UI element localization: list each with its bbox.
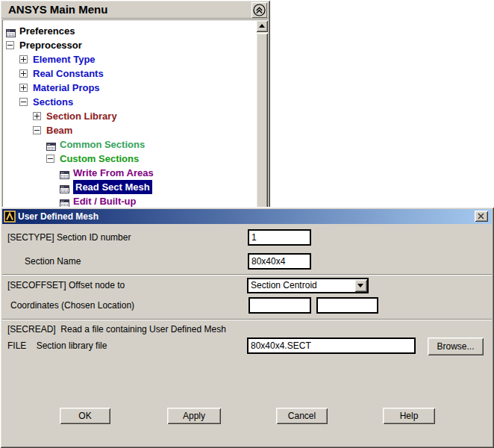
plus-box-icon[interactable] — [19, 84, 28, 92]
section-name-input[interactable] — [248, 253, 311, 270]
tree-item-sections[interactable]: Sections — [3, 95, 255, 109]
offset-node-dropdown[interactable]: Section Centroid — [247, 278, 369, 293]
coordinate-x-input[interactable] — [248, 297, 311, 314]
scroll-up-button[interactable] — [256, 20, 268, 32]
close-x-icon — [478, 213, 484, 220]
close-button[interactable] — [475, 211, 488, 222]
tree-item-label: Section Library — [46, 109, 117, 123]
dialog-box-icon — [60, 169, 69, 177]
tree-item-label: Preferences — [19, 24, 75, 38]
plus-box-icon[interactable] — [33, 112, 41, 120]
secoffset-label: [SECOFFSET] Offset node to — [7, 278, 125, 293]
tree-item-real-constants[interactable]: Real Constants — [3, 66, 255, 81]
sectype-label: [SECTYPE] Section ID number — [7, 229, 131, 246]
dialog-box-icon — [60, 183, 69, 191]
section-id-input[interactable] — [248, 229, 311, 246]
tree-item-label: Element Type — [33, 52, 96, 66]
separator — [2, 274, 492, 276]
minus-box-icon[interactable] — [46, 155, 54, 163]
triangle-down-icon — [357, 284, 363, 287]
tree-item-label: Read Sect Mesh — [73, 180, 152, 194]
user-defined-mesh-dialog: User Defined Mesh [SECTYPE] Section ID n… — [0, 207, 494, 448]
coordinate-y-input[interactable] — [316, 297, 378, 314]
scrollbar-thumb[interactable] — [256, 33, 268, 209]
coordinates-label: Coordinates (Chosen Location) — [10, 297, 134, 314]
ok-button[interactable]: OK — [60, 408, 110, 424]
dialog-box-icon — [46, 140, 56, 149]
minus-box-icon[interactable] — [19, 98, 28, 106]
tree-item-write-from-areas[interactable]: Write From Areas — [3, 166, 255, 180]
file-path-input[interactable] — [247, 337, 416, 354]
dropdown-selected-value: Section Centroid — [251, 279, 317, 292]
dialog-title: User Defined Mesh — [18, 209, 99, 224]
tree-item-beam[interactable]: Beam — [3, 123, 255, 137]
collapse-button[interactable] — [251, 2, 267, 18]
tree-item-material-props[interactable]: Material Props — [3, 81, 255, 95]
minus-box-icon[interactable] — [33, 126, 41, 134]
tree-item-label: Material Props — [33, 81, 100, 95]
tree-item-label: Beam — [46, 123, 72, 137]
tree-item-read-sect-mesh[interactable]: Read Sect Mesh — [3, 180, 255, 194]
tree-item-preprocessor[interactable]: Preprocessor — [3, 38, 255, 52]
tree-item-label: Common Sections — [60, 137, 145, 152]
cancel-button[interactable]: Cancel — [276, 408, 328, 424]
main-menu-title: ANSYS Main Menu — [8, 1, 107, 18]
screen: ANSYS Main Menu PreferencesPreprocessorE… — [0, 0, 494, 448]
tree-item-preferences[interactable]: Preferences — [3, 24, 255, 38]
tree-item-label: Write From Areas — [73, 166, 154, 180]
dialog-titlebar[interactable]: User Defined Mesh — [2, 209, 492, 224]
tree-scrollbar[interactable] — [256, 20, 268, 209]
dialog-box-icon — [60, 197, 69, 205]
section-name-label: Section Name — [25, 253, 81, 270]
browse-button[interactable]: Browse... — [428, 337, 484, 355]
tree-item-custom-sections[interactable]: Custom Sections — [3, 152, 255, 166]
triangle-up-icon — [259, 24, 265, 28]
main-menu-titlebar[interactable]: ANSYS Main Menu — [1, 1, 269, 18]
tree-item-label: Real Constants — [33, 66, 104, 81]
tree-item-section-library[interactable]: Section Library — [3, 109, 255, 123]
apply-button[interactable]: Apply — [167, 408, 221, 424]
help-button[interactable]: Help — [383, 408, 435, 424]
minus-box-icon[interactable] — [6, 41, 14, 49]
ansys-logo-icon — [4, 211, 16, 223]
dialog-box-icon — [6, 27, 16, 35]
tree-item-label: Preprocessor — [19, 38, 82, 52]
plus-box-icon[interactable] — [19, 55, 28, 63]
dropdown-arrow-button[interactable] — [354, 279, 367, 292]
tree-item-label: Custom Sections — [60, 152, 139, 166]
chevron-double-up-circle-icon — [251, 2, 267, 18]
plus-box-icon[interactable] — [19, 69, 28, 78]
separator — [2, 319, 492, 320]
tree-item-common-sections[interactable]: Common Sections — [3, 137, 255, 152]
tree-item-element-type[interactable]: Element Type — [3, 52, 255, 66]
secread-label: [SECREAD] Read a file containing User De… — [7, 323, 226, 335]
main-menu-window: ANSYS Main Menu PreferencesPreprocessorE… — [0, 0, 270, 209]
menu-tree: PreferencesPreprocessorElement TypeReal … — [2, 19, 268, 209]
tree-item-label: Sections — [33, 95, 73, 109]
file-label: FILE Section library file — [7, 337, 107, 354]
